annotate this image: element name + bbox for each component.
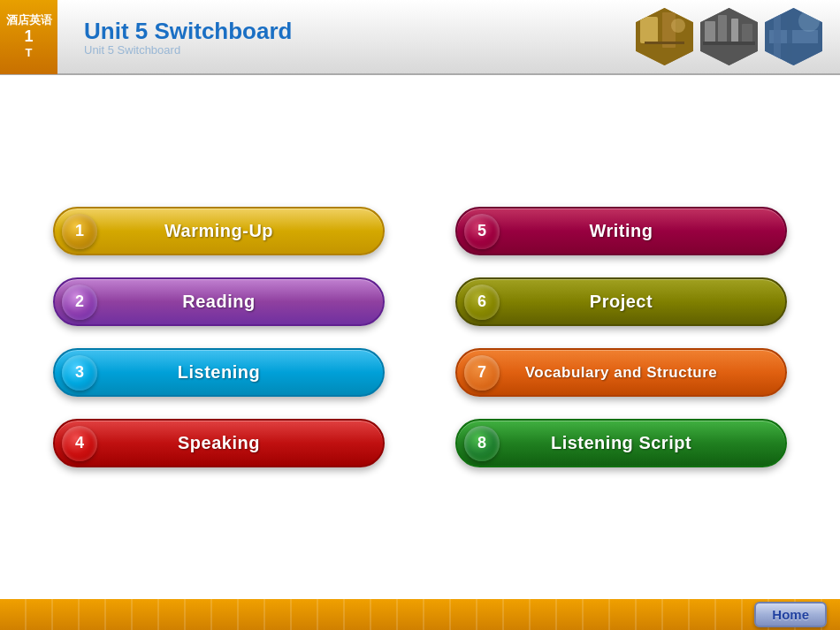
title-section: Unit 5 Switchboard Unit 5 Switchboard	[57, 18, 636, 57]
btn3-label: Listening	[55, 362, 383, 383]
page-title: Unit 5 Switchboard	[84, 18, 636, 45]
btn1-label: Warming-Up	[55, 221, 383, 241]
listening-script-button[interactable]: 8 Listening Script	[455, 419, 787, 467]
svg-rect-7	[718, 15, 727, 43]
main-content: 1 Warming-Up 5 Writing 2 Reading 6 Proje…	[0, 75, 840, 599]
btn1-number: 1	[62, 214, 97, 249]
home-button[interactable]: Home	[754, 602, 827, 627]
project-button[interactable]: 6 Project	[455, 277, 787, 326]
hex-image-2	[700, 8, 758, 65]
svg-rect-6	[705, 21, 715, 43]
btn5-number: 5	[464, 214, 500, 249]
sidebar-num: 1	[24, 27, 33, 47]
buttons-grid: 1 Warming-Up 5 Writing 2 Reading 6 Proje…	[53, 207, 787, 467]
btn4-number: 4	[62, 426, 97, 461]
bottom-bar: Home	[0, 599, 840, 630]
btn5-label: Writing	[457, 221, 785, 241]
writing-button[interactable]: 5 Writing	[455, 207, 787, 255]
hex-image-1	[636, 8, 693, 65]
top-bar: 酒店英语 1 T Unit 5 Switchboard Unit 5 Switc…	[0, 0, 840, 75]
listening-button[interactable]: 3 Listening	[53, 348, 385, 397]
svg-rect-13	[774, 12, 781, 65]
svg-rect-9	[742, 24, 752, 43]
btn6-label: Project	[457, 292, 785, 312]
btn3-number: 3	[62, 355, 97, 391]
warming-up-button[interactable]: 1 Warming-Up	[53, 207, 385, 255]
btn8-label: Listening Script	[457, 433, 785, 453]
btn7-label: Vocabulary and Structure	[457, 364, 785, 382]
btn7-number: 7	[464, 355, 500, 391]
svg-point-4	[671, 19, 685, 33]
hex-image-3	[765, 8, 822, 65]
svg-rect-10	[703, 42, 755, 45]
vocabulary-structure-button[interactable]: 7 Vocabulary and Structure	[455, 348, 787, 397]
speaking-button[interactable]: 4 Speaking	[53, 419, 385, 467]
btn4-label: Speaking	[55, 433, 383, 453]
reading-button[interactable]: 2 Reading	[53, 277, 385, 326]
btn2-number: 2	[62, 285, 97, 320]
title-reflection: Unit 5 Switchboard	[84, 43, 636, 57]
top-images	[636, 8, 840, 65]
svg-rect-14	[787, 17, 792, 65]
svg-rect-3	[645, 42, 684, 44]
svg-rect-8	[731, 19, 738, 43]
svg-rect-1	[640, 17, 658, 43]
btn6-number: 6	[464, 285, 500, 320]
svg-point-15	[798, 11, 820, 32]
sidebar-sub: T	[26, 46, 33, 60]
btn8-number: 8	[464, 426, 500, 461]
sidebar-title: 酒店英语	[6, 13, 52, 27]
btn2-label: Reading	[55, 292, 383, 312]
sidebar-label: 酒店英语 1 T	[0, 0, 57, 74]
